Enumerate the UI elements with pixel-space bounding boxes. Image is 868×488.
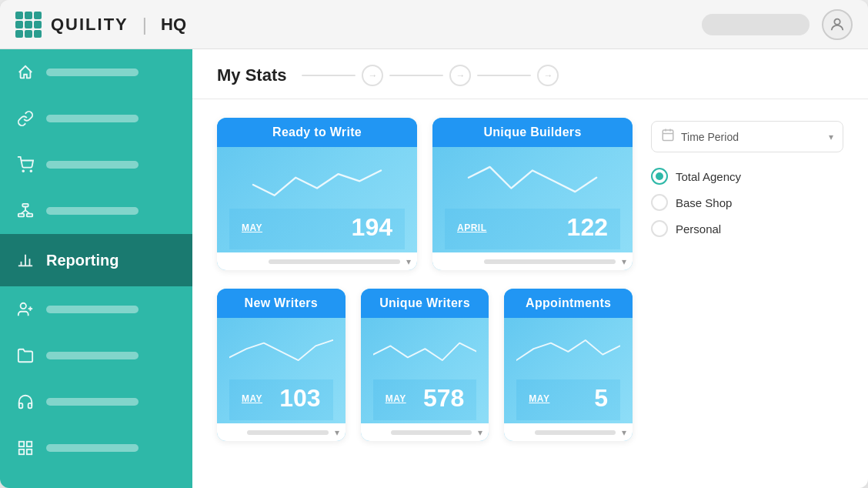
top-bar-right: [702, 9, 853, 40]
bar-chart-icon: [15, 250, 35, 270]
stat-value-new-writers: 103: [279, 384, 320, 413]
dropdown-bar-2: [484, 259, 616, 264]
sidebar-folder-label: [46, 352, 139, 359]
content-body-row2: New Writers MAY 103: [192, 289, 868, 460]
breadcrumb-arrow-1[interactable]: →: [362, 65, 383, 86]
sidebar-link-label: [46, 115, 139, 122]
card-unique-writers-title: Unique Writers: [379, 296, 470, 309]
sidebar-item-folder[interactable]: [0, 333, 192, 379]
time-period-chevron-icon: ▾: [829, 132, 833, 142]
sidebar-item-hierarchy[interactable]: [0, 188, 192, 234]
avatar[interactable]: [822, 9, 853, 40]
svg-rect-4: [18, 214, 24, 217]
time-period-selector[interactable]: Time Period ▾: [651, 121, 843, 152]
dropdown-bar-5: [535, 430, 616, 435]
sidebar-grid2-label: [46, 444, 139, 452]
breadcrumb: → → →: [302, 65, 559, 86]
svg-point-2: [30, 170, 32, 172]
stat-value-unique-writers: 578: [423, 384, 464, 413]
card-unique-writers-body: MAY 578: [361, 318, 489, 423]
card-unique-builders-title: Unique Builders: [483, 125, 581, 139]
svg-point-1: [22, 170, 24, 172]
card-unique-builders-dropdown[interactable]: ▾: [432, 252, 633, 270]
card-ready-to-write-body: MAY 194: [217, 147, 417, 252]
radio-label-total-agency: Total Agency: [676, 170, 741, 183]
radio-total-agency[interactable]: Total Agency: [651, 168, 843, 185]
card-unique-writers-header: Unique Writers: [361, 289, 489, 318]
radio-personal[interactable]: Personal: [651, 220, 843, 237]
svg-rect-20: [663, 130, 673, 141]
radio-group: Total Agency Base Shop Personal: [651, 168, 843, 237]
card-new-writers-header: New Writers: [217, 289, 346, 318]
right-panel-spacer: [651, 289, 843, 441]
radio-base-shop[interactable]: Base Shop: [651, 194, 843, 211]
sidebar: Reporting: [0, 49, 192, 488]
card-unique-writers-footer: MAY 578: [373, 379, 477, 420]
svg-point-13: [21, 303, 26, 309]
chevron-down-icon-4: ▾: [478, 427, 482, 438]
breadcrumb-arrow-3[interactable]: →: [537, 65, 559, 86]
radio-label-base-shop: Base Shop: [676, 196, 732, 209]
sidebar-item-cart[interactable]: [0, 142, 192, 188]
sidebar-item-reporting[interactable]: Reporting: [0, 234, 192, 286]
sidebar-item-link[interactable]: [0, 95, 192, 142]
sidebar-item-grid2[interactable]: [0, 425, 192, 471]
card-appointments-body: MAY 5: [504, 318, 633, 423]
search-bar[interactable]: [702, 14, 810, 35]
sparkline-unique-builders: [445, 156, 620, 202]
time-period-label: Time Period: [681, 131, 823, 143]
sidebar-useradd-label: [46, 306, 139, 313]
right-panel: Time Period ▾ Total Agency Base Shop: [651, 118, 843, 270]
card-unique-builders-header: Unique Builders: [432, 118, 633, 147]
card-appointments-title: Appointments: [526, 296, 611, 309]
stat-month-unique-builders: APRIL: [457, 222, 487, 233]
svg-rect-5: [27, 214, 32, 217]
stat-month-new-writers: MAY: [242, 393, 262, 404]
stat-value-appointments: 5: [594, 384, 608, 413]
card-appointments-header: Appointments: [504, 289, 633, 318]
sparkline-unique-writers: [373, 327, 477, 373]
folder-icon: [15, 346, 35, 366]
logo-area: QUILITY | HQ: [15, 12, 186, 38]
sidebar-item-user-add[interactable]: [0, 286, 192, 333]
card-appointments-dropdown[interactable]: ▾: [504, 423, 633, 441]
sidebar-reporting-label: Reporting: [46, 252, 119, 269]
card-ready-to-write-dropdown[interactable]: ▾: [217, 252, 417, 270]
grid2-icon: [15, 438, 35, 458]
card-appointments-footer: MAY 5: [516, 379, 620, 420]
grid-icon[interactable]: [15, 12, 42, 38]
link-icon: [15, 109, 35, 129]
card-unique-writers-dropdown[interactable]: ▾: [361, 423, 489, 441]
dropdown-bar: [269, 259, 400, 264]
svg-rect-17: [27, 442, 32, 446]
stat-month-unique-writers: MAY: [386, 393, 406, 404]
sidebar-headset-label: [46, 398, 139, 406]
content-body-row1: Ready to Write MAY 194: [192, 99, 868, 289]
logo-hq: HQ: [161, 15, 186, 35]
breadcrumb-line-3: [477, 75, 531, 76]
card-new-writers-dropdown[interactable]: ▾: [217, 423, 346, 441]
card-new-writers-body: MAY 103: [217, 318, 346, 423]
stat-month-appointments: MAY: [529, 393, 549, 404]
sidebar-item-headset[interactable]: [0, 379, 192, 425]
breadcrumb-line-2: [389, 75, 443, 76]
card-unique-builders-footer: APRIL 122: [445, 209, 620, 249]
dropdown-bar-3: [247, 430, 328, 435]
hierarchy-icon: [15, 201, 35, 221]
top-bar: QUILITY | HQ: [0, 0, 868, 49]
content-area: My Stats → → → Ready to Write: [192, 49, 868, 488]
breadcrumb-arrow-2[interactable]: →: [449, 65, 471, 86]
svg-rect-3: [22, 204, 28, 207]
cards-row1: Ready to Write MAY 194: [217, 118, 633, 270]
card-new-writers-footer: MAY 103: [229, 379, 333, 420]
breadcrumb-line-1: [302, 75, 356, 76]
card-unique-builders-body: APRIL 122: [432, 147, 633, 252]
card-unique-builders: Unique Builders APRIL 122: [432, 118, 633, 270]
card-ready-to-write: Ready to Write MAY 194: [217, 118, 417, 270]
sidebar-item-home[interactable]: [0, 49, 192, 95]
cart-icon: [15, 155, 35, 175]
dropdown-bar-4: [391, 430, 472, 435]
card-ready-to-write-footer: MAY 194: [229, 209, 405, 249]
sidebar-hierarchy-label: [46, 207, 139, 215]
card-ready-to-write-title: Ready to Write: [272, 125, 362, 139]
